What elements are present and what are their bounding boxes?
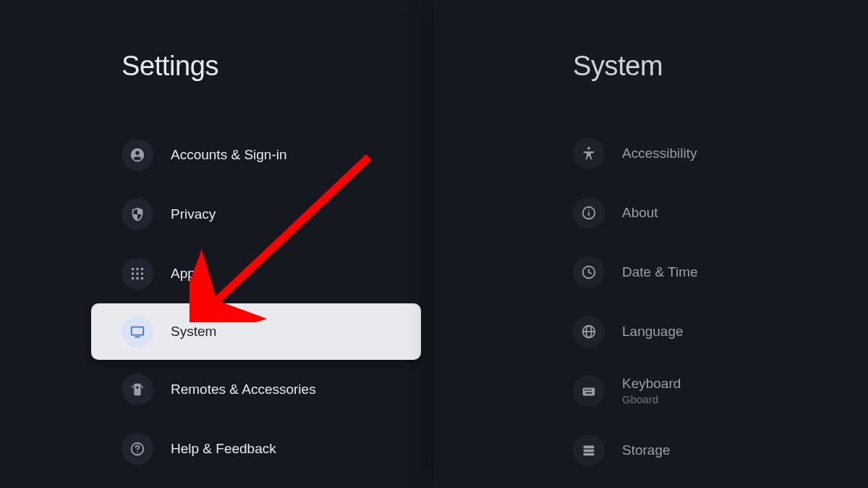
system-item-about[interactable]: About xyxy=(434,183,868,243)
info-icon xyxy=(573,197,605,229)
system-item-ambient[interactable]: Ambient mode xyxy=(434,480,868,488)
settings-item-label: Privacy xyxy=(171,206,216,222)
settings-menu: Accounts & Sign-in Privacy Apps System xyxy=(0,125,434,479)
system-panel: System Accessibility About Date & Time xyxy=(434,0,868,488)
storage-icon xyxy=(573,434,605,466)
system-item-sub: Gboard xyxy=(622,393,681,406)
system-item-label: Language xyxy=(622,324,684,340)
svg-point-5 xyxy=(141,272,144,275)
settings-item-label: Apps xyxy=(171,266,202,282)
system-item-keyboard[interactable]: Keyboard Gboard xyxy=(434,361,868,421)
svg-rect-25 xyxy=(590,390,592,391)
tv-icon xyxy=(122,316,153,348)
svg-point-1 xyxy=(136,268,139,271)
system-item-label: Storage xyxy=(622,442,671,458)
svg-point-4 xyxy=(136,272,139,275)
settings-item-help[interactable]: Help & Feedback xyxy=(0,419,434,479)
settings-item-privacy[interactable]: Privacy xyxy=(0,185,434,244)
settings-item-apps[interactable]: Apps xyxy=(0,244,434,303)
system-item-label: Accessibility xyxy=(622,146,697,161)
account-icon xyxy=(122,139,153,171)
svg-point-12 xyxy=(137,452,138,453)
shield-icon xyxy=(122,198,153,230)
settings-item-system[interactable]: System xyxy=(91,303,421,360)
system-menu: Accessibility About Date & Time Language xyxy=(434,124,868,488)
system-item-storage[interactable]: Storage xyxy=(434,421,868,480)
svg-point-13 xyxy=(587,147,590,150)
settings-panel: Settings Accounts & Sign-in Privacy Apps xyxy=(0,0,434,488)
help-icon xyxy=(122,433,153,465)
svg-rect-28 xyxy=(584,450,595,453)
system-item-label: About xyxy=(622,205,658,221)
system-item-date-time[interactable]: Date & Time xyxy=(434,243,868,302)
svg-rect-26 xyxy=(585,392,592,394)
system-item-label: Date & Time xyxy=(622,264,698,280)
svg-rect-27 xyxy=(584,446,595,449)
system-item-label: Keyboard xyxy=(622,376,681,392)
svg-rect-21 xyxy=(583,387,595,395)
settings-item-label: System xyxy=(171,324,216,340)
keyboard-icon xyxy=(573,375,605,407)
svg-point-2 xyxy=(141,268,144,271)
remote-icon xyxy=(122,374,153,405)
settings-item-accounts[interactable]: Accounts & Sign-in xyxy=(0,125,434,185)
svg-rect-9 xyxy=(132,327,144,335)
svg-point-16 xyxy=(588,209,590,211)
svg-point-7 xyxy=(136,277,139,280)
svg-point-3 xyxy=(132,272,135,275)
svg-rect-29 xyxy=(584,453,595,456)
apps-grid-icon xyxy=(122,258,153,290)
accessibility-icon xyxy=(573,138,605,169)
svg-rect-22 xyxy=(584,390,586,391)
svg-point-0 xyxy=(132,268,135,271)
page-title-settings: Settings xyxy=(122,51,434,82)
svg-rect-23 xyxy=(587,390,588,391)
settings-item-label: Help & Feedback xyxy=(171,441,276,457)
system-item-accessibility[interactable]: Accessibility xyxy=(434,124,868,183)
svg-point-6 xyxy=(132,277,135,280)
settings-item-remotes[interactable]: Remotes & Accessories xyxy=(0,360,434,419)
globe-icon xyxy=(573,316,605,348)
system-item-language[interactable]: Language xyxy=(434,302,868,361)
settings-item-label: Remotes & Accessories xyxy=(171,382,316,397)
page-title-system: System xyxy=(573,51,868,82)
svg-point-8 xyxy=(141,277,144,280)
svg-rect-24 xyxy=(589,390,590,391)
clock-icon xyxy=(573,256,605,288)
settings-item-label: Accounts & Sign-in xyxy=(171,147,287,163)
